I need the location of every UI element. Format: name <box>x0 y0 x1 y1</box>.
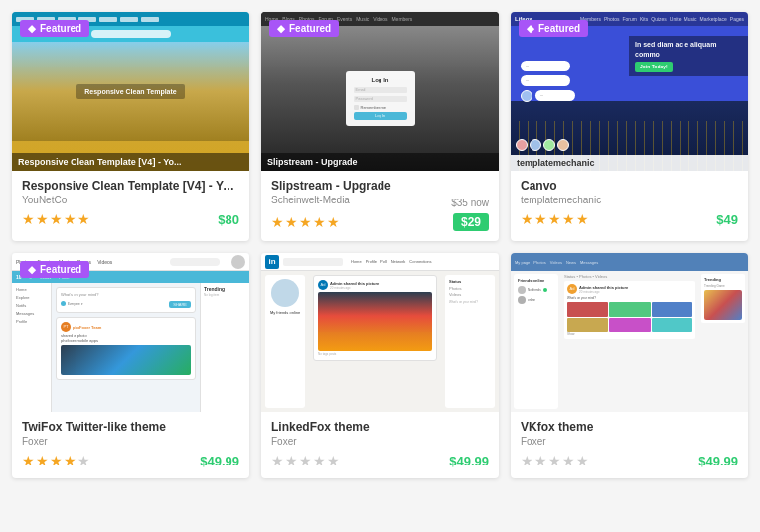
star-5: ★ <box>576 211 589 227</box>
card-2-title: Slipstream - Upgrade <box>271 179 489 193</box>
card-5-thumb: in Home Profile Poll Network Connections… <box>261 253 499 412</box>
card-4-thumb: Photos Events Music Pages Videos 18 0 St… <box>12 253 249 412</box>
card-1-thumb: Responsive Clean Template Responsive Cle… <box>12 12 249 171</box>
card-5-title: LinkedFox theme <box>271 420 489 434</box>
card-1[interactable]: Responsive Clean Template Responsive Cle… <box>12 12 249 241</box>
card-3-thumb: Lifeox Members Photos Forum Kits Quizes … <box>511 12 748 171</box>
card-2-author: Scheinwelt-Media <box>271 195 350 205</box>
star-1: ★ <box>521 453 533 468</box>
star-4: ★ <box>562 211 575 227</box>
card-3-info: Canvo templatemechanic ★ ★ ★ ★ ★ $49 <box>511 171 748 237</box>
star-4: ★ <box>313 214 326 230</box>
diamond-icon-4: ◆ <box>28 264 36 275</box>
star-2: ★ <box>36 453 49 468</box>
card-6-price: $49.99 <box>698 454 738 468</box>
card-6-title: VKfox theme <box>521 420 738 434</box>
card-2-thumb: Home Blogs Photos Forum Events Music Vid… <box>261 12 499 171</box>
card-5[interactable]: in Home Profile Poll Network Connections… <box>261 253 499 478</box>
diamond-icon: ◆ <box>28 23 36 34</box>
card-1-price: $80 <box>218 212 239 227</box>
star-3: ★ <box>299 214 312 230</box>
star-3: ★ <box>50 453 63 468</box>
card-1-info: Responsive Clean Template [V4] - Yo... Y… <box>12 171 249 237</box>
card-3-author: templatemechanic <box>521 195 738 205</box>
card-4-author: Foxer <box>22 436 239 447</box>
card-3-bottom: ★ ★ ★ ★ ★ $49 <box>521 211 738 227</box>
star-1: ★ <box>521 211 533 227</box>
star-4: ★ <box>64 211 76 227</box>
card-6-thumb: My page Photos Videos News Messages Frie… <box>511 253 748 412</box>
star-5: ★ <box>77 453 90 468</box>
card-2-bottom: ★ ★ ★ ★ ★ $29 <box>271 213 489 231</box>
star-5: ★ <box>576 453 589 468</box>
card-1-bottom: ★ ★ ★ ★ ★ $80 <box>22 211 239 227</box>
card-3-price: $49 <box>716 212 738 227</box>
card-4-price: $49.99 <box>200 454 239 468</box>
card-3[interactable]: Lifeox Members Photos Forum Kits Quizes … <box>511 12 748 241</box>
star-1: ★ <box>22 453 35 468</box>
card-3-featured-badge: ◆ Featured <box>519 20 588 37</box>
card-2-stars: ★ ★ ★ ★ ★ <box>271 214 340 230</box>
card-2-price-original: $35 now <box>451 198 489 208</box>
star-2: ★ <box>534 453 547 468</box>
star-1: ★ <box>271 453 284 468</box>
star-1: ★ <box>271 214 284 230</box>
card-grid: Responsive Clean Template Responsive Cle… <box>12 12 748 478</box>
card-5-info: LinkedFox theme Foxer ★ ★ ★ ★ ★ $49.99 <box>261 412 499 478</box>
star-3: ★ <box>548 453 561 468</box>
star-5: ★ <box>327 453 340 468</box>
card-5-stars: ★ ★ ★ ★ ★ <box>271 453 340 468</box>
card-5-bottom: ★ ★ ★ ★ ★ $49.99 <box>271 453 489 468</box>
diamond-icon-3: ◆ <box>527 23 534 34</box>
card-1-title: Responsive Clean Template [V4] - Yo... <box>22 179 239 193</box>
star-2: ★ <box>534 211 547 227</box>
card-2-info: Slipstream - Upgrade Scheinwelt-Media $3… <box>261 171 499 241</box>
card-2-featured-badge: ◆ Featured <box>269 20 339 37</box>
card-3-stars: ★ ★ ★ ★ ★ <box>521 211 589 227</box>
star-3: ★ <box>50 211 63 227</box>
star-2: ★ <box>285 214 298 230</box>
card-1-hero-text: Responsive Clean Template <box>76 84 184 99</box>
star-3: ★ <box>548 211 561 227</box>
card-4[interactable]: Photos Events Music Pages Videos 18 0 St… <box>12 253 249 478</box>
card-6-bottom: ★ ★ ★ ★ ★ $49.99 <box>521 453 738 468</box>
card-6-author: Foxer <box>521 436 738 447</box>
card-1-author: YouNetCo <box>22 195 239 205</box>
card-4-title: TwiFox Twitter-like theme <box>22 420 239 434</box>
card-5-author: Foxer <box>271 436 489 447</box>
star-5: ★ <box>77 211 90 227</box>
card-4-featured-badge: ◆ Featured <box>20 261 89 278</box>
star-2: ★ <box>285 453 298 468</box>
card-6-stars: ★ ★ ★ ★ ★ <box>521 453 589 468</box>
card-4-info: TwiFox Twitter-like theme Foxer ★ ★ ★ ★ … <box>12 412 249 478</box>
card-1-stars: ★ ★ ★ ★ ★ <box>22 211 90 227</box>
star-4: ★ <box>64 453 76 468</box>
diamond-icon-2: ◆ <box>277 23 285 34</box>
card-1-overlay-title: Responsive Clean Template [V4] - Yo... <box>12 153 249 171</box>
card-5-price: $49.99 <box>449 454 489 468</box>
star-4: ★ <box>562 453 575 468</box>
card-2-overlay-title: Slipstream - Upgrade <box>261 153 499 171</box>
card-6[interactable]: My page Photos Videos News Messages Frie… <box>511 253 748 478</box>
star-5: ★ <box>327 214 340 230</box>
star-4: ★ <box>313 453 326 468</box>
card-6-info: VKfox theme Foxer ★ ★ ★ ★ ★ $49.99 <box>511 412 748 478</box>
card-3-overlay-title: templatemechanic <box>511 155 748 171</box>
card-1-featured-badge: ◆ Featured <box>20 20 89 37</box>
card-4-stars: ★ ★ ★ ★ ★ <box>22 453 90 468</box>
star-2: ★ <box>36 211 49 227</box>
star-1: ★ <box>22 211 35 227</box>
card-2-price: $29 <box>453 213 489 231</box>
card-4-bottom: ★ ★ ★ ★ ★ $49.99 <box>22 453 239 468</box>
star-3: ★ <box>299 453 312 468</box>
card-2[interactable]: Home Blogs Photos Forum Events Music Vid… <box>261 12 499 241</box>
card-3-title: Canvo <box>521 179 738 193</box>
